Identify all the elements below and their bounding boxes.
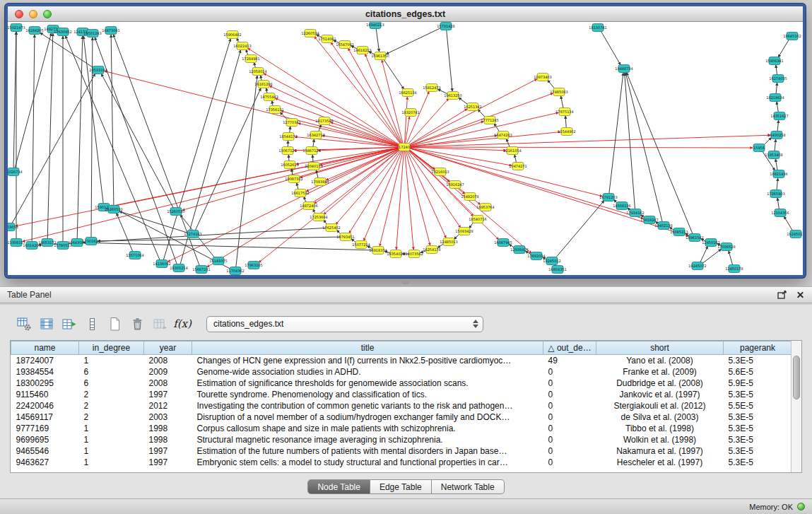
graph-edge-black[interactable] (288, 155, 289, 161)
graph-edge-black[interactable] (98, 237, 341, 241)
table-row[interactable]: 1938455462009Genome-wide association stu… (11, 366, 792, 378)
column-header-year[interactable]: year (144, 341, 192, 355)
close-window-button[interactable] (15, 10, 23, 18)
column-header-name[interactable]: name (11, 341, 79, 355)
splitter-handle[interactable] (402, 281, 409, 284)
delete-table-button[interactable] (127, 315, 147, 333)
new-table-button[interactable] (105, 315, 124, 333)
table-row[interactable]: 946554611997Estimation of the future num… (11, 445, 792, 457)
graph-edge-red[interactable] (409, 122, 484, 146)
graph-node[interactable]: 14073562 (405, 250, 423, 258)
graph-edge-black[interactable] (776, 83, 777, 94)
graph-node[interactable]: 15274183 (184, 230, 201, 238)
graph-node[interactable]: 13867124 (302, 147, 320, 155)
graph-edge-red[interactable] (409, 147, 753, 148)
graph-edge-red[interactable] (336, 150, 401, 225)
graph-node[interactable]: 19245072 (688, 262, 706, 270)
graph-edge-red[interactable] (105, 71, 400, 146)
graph-node[interactable]: 15077214 (352, 241, 370, 249)
graph-node[interactable]: 18354021 (387, 250, 404, 258)
graph-node[interactable]: 10821436 (770, 170, 787, 178)
graph-node[interactable]: 10474271 (509, 163, 526, 170)
new-column-button[interactable] (59, 315, 79, 333)
column-header-pagerank[interactable]: pagerank (724, 341, 792, 355)
graph-edge-black[interactable] (376, 28, 379, 52)
graph-node[interactable]: 19448734 (615, 65, 632, 73)
graph-edge-black[interactable] (83, 243, 373, 250)
tab-edge-table[interactable]: Edge Table (370, 479, 432, 494)
column-header-title[interactable]: title (192, 341, 543, 355)
graph-edge-black[interactable] (784, 216, 793, 231)
graph-node[interactable]: 15687231 (192, 266, 210, 274)
graph-node[interactable]: 16617532 (291, 189, 309, 197)
graph-node[interactable]: 14755443 (260, 93, 278, 101)
graph-edge-black[interactable] (111, 35, 114, 206)
graph-node[interactable]: 16873041 (102, 27, 119, 35)
table-scrollbar-thumb[interactable] (793, 356, 800, 399)
graph-node[interactable]: 12104356 (771, 209, 789, 217)
graph-edge-black[interactable] (702, 249, 722, 264)
graph-node[interactable]: 12161054 (503, 147, 521, 155)
graph-node[interactable]: 15906482 (223, 31, 241, 39)
graph-edge-red[interactable] (379, 151, 403, 246)
graph-node[interactable]: 11544902 (558, 128, 575, 136)
graph-edge-black[interactable] (40, 33, 95, 68)
graph-node[interactable]: 16087945 (494, 239, 512, 247)
graph-node[interactable]: 16940213 (366, 22, 384, 29)
graph-node[interactable]: 19402138 (654, 222, 672, 230)
graph-edge-black[interactable] (447, 30, 452, 91)
graph-edge-black[interactable] (12, 74, 95, 224)
graph-node[interactable]: 11704362 (226, 267, 244, 275)
import-table-button[interactable] (150, 315, 170, 333)
graph-edge-black[interactable] (777, 198, 779, 209)
graph-edge-black[interactable] (777, 102, 778, 112)
graph-node[interactable]: 16625134 (399, 89, 416, 97)
graph-edge-black[interactable] (561, 96, 564, 108)
graph-edge-black[interactable] (117, 213, 133, 252)
graph-edge-black[interactable] (83, 36, 103, 204)
graph-edge-black[interactable] (609, 73, 623, 194)
graph-edge-black[interactable] (775, 159, 777, 170)
graph-edge-red[interactable] (348, 48, 402, 144)
graph-node[interactable]: 16916247 (446, 181, 464, 189)
graph-node[interactable]: 16961350 (371, 52, 389, 60)
graph-node[interactable]: 17265903 (767, 190, 784, 198)
graph-edge-black[interactable] (601, 30, 620, 65)
graph-node[interactable]: 15260530 (167, 208, 184, 216)
graph-node[interactable]: 17771245 (481, 117, 498, 124)
graph-edge-black[interactable] (101, 74, 173, 208)
graph-edge-red[interactable] (259, 149, 400, 262)
graph-node[interactable]: 22040173 (305, 163, 322, 170)
graph-node[interactable]: 16474283 (494, 132, 512, 139)
zoom-window-button[interactable] (43, 10, 52, 18)
graph-node[interactable]: 16791203 (599, 194, 617, 201)
graph-node[interactable]: 14351627 (770, 112, 788, 120)
graph-node[interactable]: 17625402 (322, 224, 340, 232)
table-row[interactable]: 2242004622012Investigating the contribut… (11, 400, 792, 411)
table-row[interactable]: 969969511998Structural magnetic resonanc… (11, 434, 792, 445)
graph-edge-red[interactable] (396, 151, 404, 250)
graph-node[interactable]: 16547092 (336, 41, 353, 49)
graph-edge-black[interactable] (565, 116, 566, 128)
table-scrollbar[interactable] (791, 341, 801, 472)
graph-edge-black[interactable] (313, 139, 314, 147)
graph-edge-black[interactable] (32, 35, 35, 242)
graph-node[interactable]: 18173546 (315, 117, 333, 125)
table-select[interactable]: citations_edges.txt (206, 316, 483, 332)
graph-node[interactable]: 17963105 (245, 262, 262, 269)
graph-edge-black[interactable] (777, 120, 779, 132)
graph-node[interactable]: 16245013 (787, 230, 803, 238)
column-header-out_degree[interactable]: △ out_de… (543, 341, 596, 355)
graph-edge-black[interactable] (47, 33, 53, 239)
graph-node[interactable]: 18219634 (766, 94, 784, 102)
graph-node[interactable]: 18953764 (476, 204, 494, 211)
graph-edge-red[interactable] (331, 122, 400, 146)
graph-edge-red[interactable] (409, 135, 770, 147)
graph-node[interactable]: 19245012 (543, 257, 560, 265)
table-row[interactable]: 1872400712008Changes of HCN gene express… (11, 355, 792, 366)
table-row[interactable]: 1830029562008Estimation of significance … (11, 378, 792, 389)
graph-node[interactable]: 15093428 (455, 228, 473, 235)
table-row[interactable]: 911546021997Tourette syndrome. Phenomeno… (11, 389, 792, 400)
graph-node[interactable]: 14618213 (353, 47, 371, 54)
graph-edge-red[interactable] (408, 150, 499, 240)
